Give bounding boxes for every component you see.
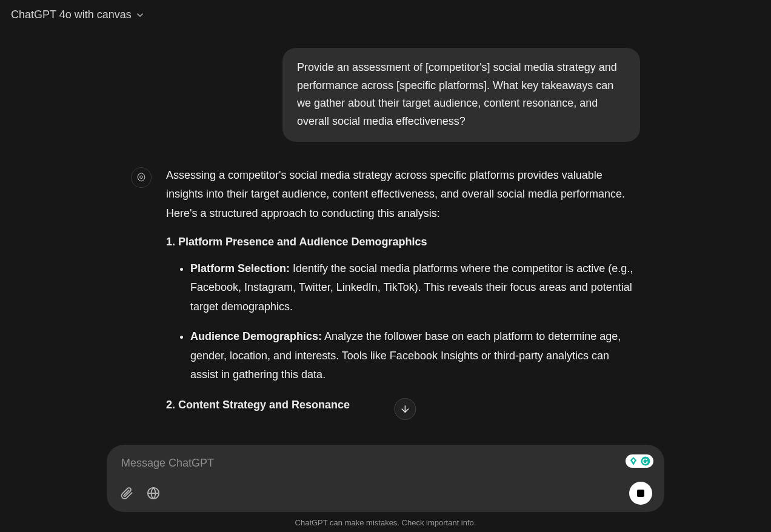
assistant-intro: Assessing a competitor's social media st… <box>166 166 640 224</box>
assistant-avatar <box>131 167 152 188</box>
bullet-label: Audience Demographics: <box>190 330 322 342</box>
header-bar: ChatGPT 4o with canvas <box>0 0 771 30</box>
arrow-down-icon <box>399 404 410 414</box>
user-message-text: Provide an assessment of [competitor's] … <box>297 61 617 127</box>
section-heading-1: 1. Platform Presence and Audience Demogr… <box>166 233 640 252</box>
user-message-bubble: Provide an assessment of [competitor's] … <box>282 48 640 142</box>
message-input[interactable]: Message ChatGPT <box>119 456 652 482</box>
assistant-content: Assessing a competitor's social media st… <box>166 166 640 422</box>
section-1-list: Platform Selection: Identify the social … <box>166 259 640 385</box>
bullet-label: Platform Selection: <box>190 262 290 274</box>
paperclip-icon <box>120 487 133 500</box>
extension-badges[interactable] <box>626 454 653 468</box>
web-button[interactable] <box>145 485 161 501</box>
disclaimer-text: ChatGPT can make mistakes. Check importa… <box>0 518 771 527</box>
list-item: Audience Demographics: Analyze the follo… <box>190 327 640 385</box>
svg-point-0 <box>140 176 143 179</box>
model-selector[interactable]: ChatGPT 4o with canvas <box>11 8 145 21</box>
attach-button[interactable] <box>119 485 135 501</box>
scroll-to-bottom-button[interactable] <box>394 398 416 420</box>
svg-point-2 <box>641 457 650 466</box>
stop-icon <box>637 490 644 497</box>
composer-left-tools <box>119 485 161 501</box>
stop-button[interactable] <box>629 482 652 505</box>
diamond-icon <box>628 456 639 467</box>
grammarly-icon <box>640 456 651 467</box>
list-item: Platform Selection: Identify the social … <box>190 259 640 317</box>
openai-icon <box>136 172 147 183</box>
composer-area: Message ChatGPT ChatGPT can make mistake… <box>0 445 771 532</box>
globe-icon <box>147 487 160 500</box>
assistant-message: Assessing a competitor's social media st… <box>131 166 640 422</box>
chevron-down-icon <box>135 10 145 20</box>
model-label: ChatGPT 4o with canvas <box>11 8 132 21</box>
composer-toolbar <box>119 482 652 505</box>
composer[interactable]: Message ChatGPT <box>107 445 664 512</box>
